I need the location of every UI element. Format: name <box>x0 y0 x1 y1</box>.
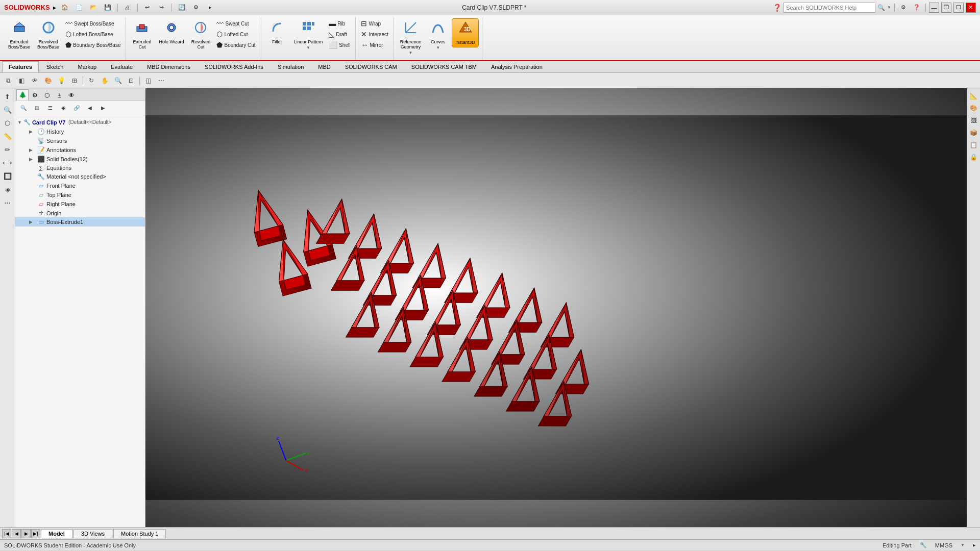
linear-pattern-button[interactable]: Linear Pattern ▼ <box>291 18 326 52</box>
bottom-tab-motion-study[interactable]: Motion Study 1 <box>113 529 166 538</box>
section-view-btn[interactable]: ◫ <box>142 74 154 87</box>
tab-solidworks-cam[interactable]: SOLIDWORKS CAM <box>338 61 404 72</box>
tree-root[interactable]: ▼ 🔧 Card Clip V7 (Default<<Default> <box>15 117 145 127</box>
sidebar-tab-property-manager[interactable]: ⚙ <box>29 89 41 101</box>
zoom-fit-btn[interactable]: ⊡ <box>125 74 137 87</box>
zoom-btn[interactable]: 🔍 <box>112 74 124 87</box>
sidebar-tab-dim-xpert[interactable]: ± <box>53 89 65 101</box>
tab-nav-prev[interactable]: ◀ <box>12 529 21 538</box>
filter-tree-btn[interactable]: 🔍 <box>17 102 30 114</box>
nav-next-btn[interactable]: ▶ <box>97 102 109 114</box>
tree-item-solid-bodies[interactable]: ▶ ⬛ Solid Bodies(12) <box>15 155 145 164</box>
revolved-cut-button[interactable]: RevolvedCut <box>188 18 213 52</box>
zoom-tool[interactable]: 🔍 <box>2 104 14 116</box>
bottom-tab-3d-views[interactable]: 3D Views <box>74 529 112 538</box>
tree-item-front-plane[interactable]: ▶ ▱ Front Plane <box>15 181 145 190</box>
display-style-btn[interactable]: ◧ <box>15 74 28 87</box>
rotate-btn[interactable]: ↻ <box>85 74 97 87</box>
units-dropdown[interactable]: ▼ <box>961 543 965 547</box>
edit-appearance-btn[interactable]: 🎨 <box>42 74 54 87</box>
tab-mbd[interactable]: MBD <box>311 61 337 72</box>
qa-undo-icon[interactable]: ↩ <box>142 2 153 13</box>
minimize-button[interactable]: — <box>929 3 939 13</box>
tree-item-sensors[interactable]: ▶ 📡 Sensors <box>15 136 145 145</box>
hole-wizard-button[interactable]: Hole Wizard <box>156 18 187 46</box>
filter-tool[interactable]: ⬡ <box>2 117 14 129</box>
3d-sketch-tool[interactable]: 🔲 <box>2 170 14 182</box>
intersect-button[interactable]: ✕ Intersect <box>359 29 390 39</box>
tab-evaluate[interactable]: Evaluate <box>104 61 139 72</box>
view-more-btn[interactable]: ⋯ <box>155 74 167 87</box>
reference-geometry-button[interactable]: ReferenceGeometry ▼ <box>397 18 425 57</box>
tab-markup[interactable]: Markup <box>71 61 104 72</box>
pan-btn[interactable]: ✋ <box>99 74 111 87</box>
tree-item-annotations[interactable]: ▶ 📝 Annotations <box>15 145 145 155</box>
viewport[interactable]: Y Z X <box>145 88 967 527</box>
reference-tool[interactable]: ◈ <box>2 183 14 195</box>
tab-mbd-dimensions[interactable]: MBD Dimensions <box>140 61 197 72</box>
tab-nav-last[interactable]: ▶| <box>31 529 40 538</box>
tab-nav-next[interactable]: ▶ <box>21 529 31 538</box>
settings-btn[interactable]: ⚙ <box>898 2 909 13</box>
qa-rebuild-icon[interactable]: 🔄 <box>176 2 187 13</box>
sidebar-tab-feature-manager[interactable]: 🌲 <box>16 89 29 101</box>
tab-features[interactable]: Features <box>2 61 39 72</box>
qa-more-icon[interactable]: ▸ <box>205 2 216 13</box>
hide-show-btn[interactable]: 👁 <box>29 74 41 87</box>
tree-item-origin[interactable]: ▶ ✛ Origin <box>15 209 145 217</box>
swept-boss-button[interactable]: 〰 Swept Boss/Base <box>63 18 122 29</box>
extruded-boss-button[interactable]: ExtrudedBoss/Base <box>5 18 33 52</box>
rib-button[interactable]: ▬ Rib <box>327 18 352 29</box>
more-tools[interactable]: ⋯ <box>2 196 14 209</box>
tab-analysis-preparation[interactable]: Analysis Preparation <box>484 61 549 72</box>
link-btn[interactable]: 🔗 <box>70 102 83 114</box>
tree-item-history[interactable]: ▶ 🕐 History <box>15 127 145 136</box>
qa-redo-icon[interactable]: ↪ <box>156 2 167 13</box>
show-flat-tree-btn[interactable]: ☰ <box>44 102 56 114</box>
mirror-button[interactable]: ↔ Mirror <box>359 40 390 50</box>
tab-solidworks-cam-tbm[interactable]: SOLIDWORKS CAM TBM <box>405 61 483 72</box>
shell-button[interactable]: ⬜ Shell <box>327 40 352 50</box>
maximize-button[interactable]: ☐ <box>953 3 964 13</box>
tab-simulation[interactable]: Simulation <box>271 61 310 72</box>
qa-settings-icon[interactable]: ⚙ <box>190 2 202 13</box>
qa-print-icon[interactable]: 🖨 <box>122 2 133 13</box>
qa-open-icon[interactable]: 📂 <box>88 2 99 13</box>
fillet-button[interactable]: Fillet <box>264 18 290 46</box>
view-orient-btn[interactable]: ⧉ <box>2 74 14 87</box>
search-dropdown[interactable]: ▼ <box>887 5 891 10</box>
tree-item-right-plane[interactable]: ▶ ▱ Right Plane <box>15 199 145 209</box>
instant3d-button[interactable]: 3D Instant3D <box>452 18 479 47</box>
restore-button[interactable]: ❐ <box>941 3 951 13</box>
qa-new-icon[interactable]: 📄 <box>74 2 85 13</box>
bottom-tab-model[interactable]: Model <box>41 529 72 538</box>
qa-home-icon[interactable]: 🏠 <box>59 2 70 13</box>
curves-button[interactable]: Curves ▼ <box>425 18 451 52</box>
wrap-button[interactable]: ⊟ Wrap <box>359 18 390 29</box>
revolved-boss-button[interactable]: RevolvedBoss/Base <box>34 18 62 52</box>
lofted-cut-button[interactable]: ⬡ Lofted Cut <box>214 29 257 39</box>
search-button[interactable]: 🔍 <box>877 4 885 11</box>
tab-sketch[interactable]: Sketch <box>40 61 70 72</box>
tab-nav-first[interactable]: |◀ <box>2 529 11 538</box>
collapse-all-btn[interactable]: ⊟ <box>31 102 43 114</box>
tree-item-boss-extrude1[interactable]: ▶ ▭ Boss-Extrude1 <box>15 217 145 227</box>
extruded-cut-button[interactable]: ExtrudedCut <box>129 18 155 52</box>
draft-button[interactable]: ◺ Draft <box>327 29 352 39</box>
smart-dim-tool[interactable]: ⟷ <box>2 157 14 169</box>
tab-solidworks-addins[interactable]: SOLIDWORKS Add-Ins <box>198 61 270 72</box>
sidebar-tab-display-manager[interactable]: 👁 <box>65 89 78 101</box>
lofted-boss-button[interactable]: ⬡ Lofted Boss/Base <box>63 29 122 39</box>
scene-btn[interactable]: 💡 <box>55 74 67 87</box>
search-input[interactable] <box>783 3 875 13</box>
select-tool[interactable]: ⬆ <box>2 90 14 103</box>
hide-icons-btn[interactable]: ◉ <box>57 102 69 114</box>
tree-item-top-plane[interactable]: ▶ ▱ Top Plane <box>15 190 145 199</box>
nav-prev-btn[interactable]: ◀ <box>84 102 96 114</box>
tree-item-equations[interactable]: ▶ ∑ Equations <box>15 164 145 172</box>
qa-save-icon[interactable]: 💾 <box>102 2 113 13</box>
swept-cut-button[interactable]: 〰 Swept Cut <box>214 18 257 29</box>
boundary-boss-button[interactable]: ⬟ Boundary Boss/Base <box>63 40 122 50</box>
sidebar-tab-config-manager[interactable]: ⬡ <box>41 89 53 101</box>
tree-item-material[interactable]: ▶ 🔧 Material <not specified> <box>15 172 145 181</box>
